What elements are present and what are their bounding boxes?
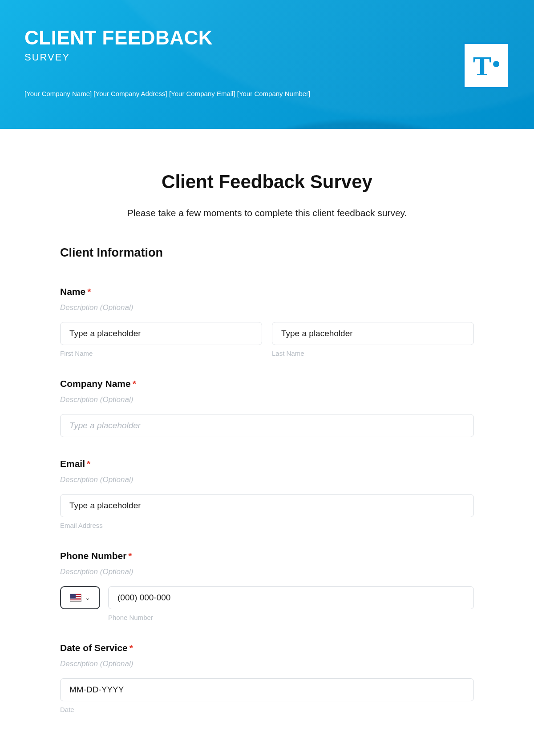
last-name-col: Last Name [272,322,474,357]
phone-hint: Phone Number [108,614,474,621]
hero-title: CLIENT FEEDBACK [24,27,510,49]
phone-input[interactable] [108,586,474,609]
field-company: Company Name* Description (Optional) [60,378,474,437]
field-phone-desc: Description (Optional) [60,567,474,576]
field-email-desc: Description (Optional) [60,475,474,484]
company-name-input[interactable] [60,414,474,437]
required-mark: * [128,551,132,561]
phone-col: Phone Number [108,586,474,621]
field-date-desc: Description (Optional) [60,659,474,668]
country-code-select[interactable]: ⌄ [60,586,100,609]
required-mark: * [133,378,136,389]
form-body: Client Feedback Survey Please take a few… [0,129,534,731]
phone-row: ⌄ Phone Number [60,586,474,621]
label-text: Phone Number [60,551,126,561]
field-date-label: Date of Service* [60,643,474,653]
email-hint: Email Address [60,522,474,529]
field-email-label: Email* [60,458,474,469]
last-name-hint: Last Name [272,350,474,357]
email-input[interactable] [60,494,474,517]
brand-logo-dot-icon [493,61,499,67]
us-flag-icon [70,594,81,602]
field-name-desc: Description (Optional) [60,303,474,312]
field-company-label: Company Name* [60,378,474,389]
field-email: Email* Description (Optional) Email Addr… [60,458,474,529]
form-intro: Please take a few moments to complete th… [60,208,474,218]
hero-subtitle: SURVEY [24,52,510,63]
required-mark: * [87,286,91,297]
brand-logo: T [463,42,510,89]
first-name-input[interactable] [60,322,262,345]
brand-logo-letter: T [473,52,491,80]
name-row: First Name Last Name [60,322,474,357]
field-phone: Phone Number* Description (Optional) ⌄ P… [60,551,474,621]
page: CLIENT FEEDBACK SURVEY [Your Company Nam… [0,0,534,756]
label-text: Company Name [60,378,131,389]
label-text: Name [60,286,85,297]
chevron-down-icon: ⌄ [85,594,90,601]
label-text: Email [60,458,85,469]
required-mark: * [129,643,133,653]
last-name-input[interactable] [272,322,474,345]
date-input[interactable] [60,678,474,701]
label-text: Date of Service [60,643,128,653]
required-mark: * [87,458,90,469]
first-name-col: First Name [60,322,262,357]
date-hint: Date [60,706,474,713]
field-phone-label: Phone Number* [60,551,474,561]
field-date: Date of Service* Description (Optional) … [60,643,474,713]
section-client-information: Client Information [60,246,474,260]
hero-company-placeholders: [Your Company Name] [Your Company Addres… [24,90,510,97]
form-title: Client Feedback Survey [60,171,474,193]
first-name-hint: First Name [60,350,262,357]
hero-banner: CLIENT FEEDBACK SURVEY [Your Company Nam… [0,0,534,129]
field-company-desc: Description (Optional) [60,395,474,404]
field-name-label: Name* [60,286,474,297]
field-name: Name* Description (Optional) First Name … [60,286,474,357]
